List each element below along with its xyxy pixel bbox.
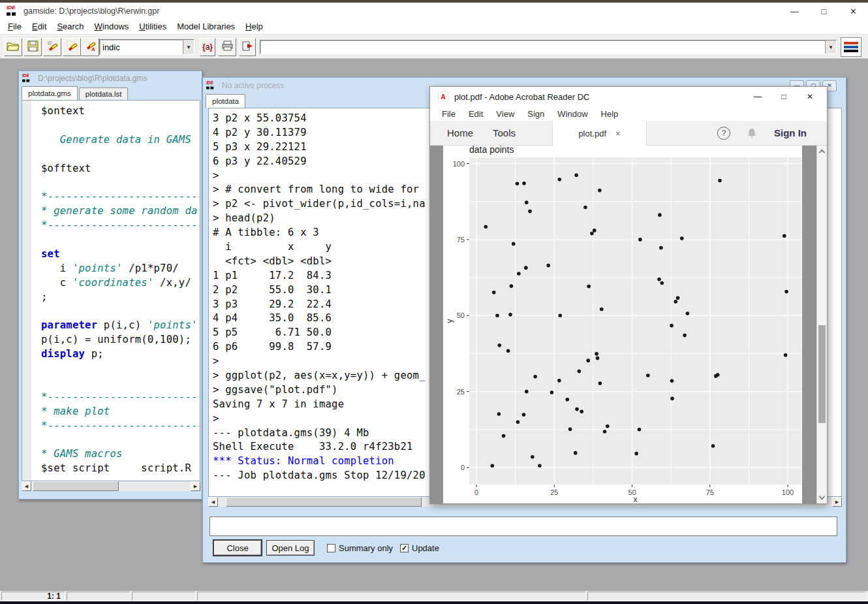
- svg-text:x: x: [633, 495, 638, 503]
- command-parameter-combobox[interactable]: ▾: [260, 40, 837, 54]
- scrollbar-thumb[interactable]: [33, 481, 119, 491]
- code-line: Generate data in GAMS: [41, 133, 200, 148]
- acrobat-menu-view[interactable]: View: [489, 109, 521, 119]
- data-point: [531, 455, 535, 459]
- data-point: [784, 353, 788, 357]
- close-button[interactable]: Close: [213, 540, 262, 556]
- main-toolbar: A indic ▾ {a} ▾: [0, 34, 868, 59]
- print-button[interactable]: [218, 38, 236, 56]
- close-tab-icon[interactable]: ×: [615, 129, 621, 138]
- menu-edit[interactable]: Edit: [27, 20, 52, 34]
- scrollbar-thumb[interactable]: [818, 325, 826, 423]
- chevron-down-icon[interactable]: ▾: [183, 40, 194, 54]
- scroll-left-icon[interactable]: ◀: [22, 481, 31, 491]
- editor-tabbar: plotdata.gmsplotdata.lst: [19, 86, 202, 100]
- tab-plotdata-lst[interactable]: plotdata.lst: [79, 87, 129, 100]
- data-point: [546, 264, 550, 268]
- summary-only-checkbox[interactable]: ✓ Summary only: [327, 543, 393, 553]
- search-scope-combobox[interactable]: indic ▾: [99, 39, 194, 55]
- data-point: [506, 349, 510, 353]
- data-point: [711, 444, 715, 448]
- editor-window-title: D:\projects\blog\R\plotdata.gms: [38, 74, 147, 83]
- data-point: [497, 412, 501, 416]
- editor-hscrollbar[interactable]: ◀ ▶: [22, 481, 200, 491]
- tab-home[interactable]: Home: [439, 121, 481, 146]
- scroll-down-icon[interactable]: [819, 494, 826, 500]
- acrobat-menu-sign[interactable]: Sign: [521, 109, 551, 119]
- update-checkbox[interactable]: ✓ Update: [400, 543, 439, 553]
- pdf-vscrollbar[interactable]: [816, 146, 827, 503]
- status-panel: [132, 592, 196, 601]
- code-line: $set script script.R: [41, 462, 200, 476]
- menu-file[interactable]: File: [3, 20, 27, 34]
- code-line: display p;: [41, 347, 200, 362]
- match-case-button[interactable]: {a}: [200, 38, 215, 56]
- chevron-down-icon[interactable]: ▾: [825, 40, 836, 54]
- help-icon[interactable]: ?: [717, 127, 730, 140]
- pdf-document-area[interactable]: 02550751000255075100data pointsxy: [430, 146, 827, 503]
- msdos-button[interactable]: [841, 37, 861, 57]
- search-button[interactable]: [63, 38, 81, 56]
- editor-body[interactable]: $ontext Generate data in GAMS$offtext*--…: [22, 100, 200, 481]
- code-line: *------------------------------: [41, 419, 200, 434]
- run-gams-button[interactable]: [239, 38, 256, 56]
- acrobat-menu-window[interactable]: Window: [551, 109, 594, 119]
- scroll-up-icon[interactable]: [819, 150, 826, 156]
- sign-in-button[interactable]: Sign In: [774, 121, 807, 146]
- scroll-right-icon[interactable]: ▶: [832, 497, 842, 507]
- search-word-button[interactable]: A: [81, 38, 99, 56]
- code-line: [41, 119, 200, 133]
- editor-titlebar: IDE D:\projects\blog\R\plotdata.gms: [19, 71, 202, 86]
- menu-windows[interactable]: Windows: [89, 20, 134, 34]
- scroll-right-icon[interactable]: ▶: [191, 481, 200, 491]
- main-titlebar: IDE gamside: D:\projects\blog\R\erwin.gp…: [0, 3, 868, 20]
- maximize-icon[interactable]: □: [771, 92, 797, 101]
- data-point: [638, 428, 642, 432]
- data-point: [512, 242, 516, 246]
- open-log-button[interactable]: Open Log: [266, 540, 315, 556]
- tab-plotdata-gms[interactable]: plotdata.gms: [22, 86, 78, 100]
- checkbox-icon[interactable]: ✓: [327, 544, 335, 552]
- minimize-icon[interactable]: —: [745, 92, 771, 101]
- scroll-left-icon[interactable]: ◀: [208, 497, 218, 507]
- checkbox-icon[interactable]: ✓: [400, 544, 409, 552]
- search-in-files-button[interactable]: [43, 38, 61, 56]
- code-line: [41, 304, 200, 319]
- tab-tools[interactable]: Tools: [485, 121, 523, 146]
- data-point: [578, 370, 581, 374]
- menu-help[interactable]: Help: [240, 20, 268, 34]
- flashlight-list-icon: [46, 40, 59, 54]
- tab-document[interactable]: plot.pdf ×: [552, 121, 647, 146]
- acrobat-tabbar: Home Tools plot.pdf × ? Sign In: [430, 121, 827, 146]
- data-point: [510, 284, 514, 288]
- data-point: [658, 213, 662, 217]
- scrollbar-thumb[interactable]: [226, 497, 422, 507]
- open-folder-icon: [7, 41, 20, 54]
- menu-model-libraries[interactable]: Model Libraries: [172, 20, 240, 34]
- close-icon[interactable]: ✕: [797, 92, 823, 101]
- pdf-page: 02550751000255075100data pointsxy: [443, 146, 802, 503]
- acrobat-menu-help[interactable]: Help: [595, 109, 625, 119]
- minimize-icon[interactable]: —: [780, 7, 809, 16]
- svg-text:y: y: [445, 319, 454, 323]
- menu-search[interactable]: Search: [52, 20, 89, 34]
- data-point: [568, 428, 572, 432]
- command-input[interactable]: [209, 517, 837, 536]
- menu-utilities[interactable]: Utilities: [134, 20, 172, 34]
- acrobat-menu-file[interactable]: File: [435, 109, 462, 119]
- save-button[interactable]: [23, 38, 42, 56]
- maximize-icon[interactable]: □: [809, 7, 839, 16]
- bell-icon[interactable]: [745, 127, 758, 140]
- acrobat-menu-edit[interactable]: Edit: [462, 109, 489, 119]
- data-point: [533, 375, 537, 379]
- tab-plotdata[interactable]: plotdata: [206, 94, 245, 108]
- data-point: [596, 357, 600, 360]
- open-file-button[interactable]: [4, 38, 22, 56]
- code-editor[interactable]: $ontext Generate data in GAMS$offtext*--…: [22, 101, 200, 481]
- data-point: [674, 300, 677, 304]
- code-line: * make plot: [41, 405, 200, 419]
- close-icon[interactable]: ✕: [839, 7, 868, 16]
- code-line: parameter p(i,c) 'points': [41, 319, 200, 333]
- data-point: [502, 434, 506, 438]
- code-line: * GAMS macros: [41, 447, 200, 462]
